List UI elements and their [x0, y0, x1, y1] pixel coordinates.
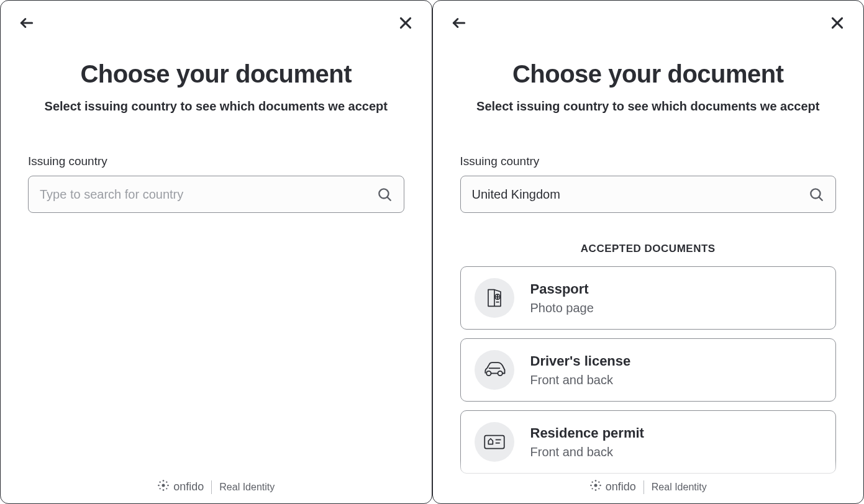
footer-brand: onfido — [157, 479, 204, 495]
document-text: Driver's license Front and back — [530, 353, 631, 387]
svg-line-4 — [387, 197, 390, 200]
content: Issuing country — [1, 114, 432, 503]
svg-point-34 — [590, 485, 592, 487]
panel-selected: Choose your document Select issuing coun… — [432, 0, 865, 504]
document-option-drivers-license[interactable]: Driver's license Front and back — [460, 338, 837, 402]
svg-point-31 — [594, 484, 597, 487]
svg-point-38 — [591, 488, 593, 489]
svg-point-36 — [591, 482, 593, 483]
footer-tagline: Real Identity — [219, 482, 275, 493]
svg-point-32 — [594, 480, 596, 482]
svg-point-13 — [166, 488, 167, 489]
page-title: Choose your document — [458, 60, 839, 88]
topbar — [433, 1, 864, 35]
document-title: Driver's license — [530, 353, 631, 369]
back-button[interactable] — [448, 13, 470, 35]
svg-rect-28 — [484, 436, 504, 449]
issuing-country-field[interactable] — [28, 176, 404, 213]
footer-tagline: Real Identity — [652, 482, 707, 493]
issuing-country-input[interactable] — [40, 187, 376, 202]
close-icon — [398, 15, 414, 34]
svg-point-39 — [598, 488, 599, 489]
svg-point-6 — [163, 480, 165, 482]
svg-point-26 — [498, 371, 502, 376]
svg-point-12 — [160, 488, 161, 489]
svg-point-9 — [167, 485, 169, 487]
svg-point-25 — [486, 371, 491, 376]
topbar — [1, 1, 432, 35]
page-title: Choose your document — [25, 60, 407, 88]
document-option-passport[interactable]: Passport Photo page — [460, 266, 837, 330]
document-text: Residence permit Front and back — [530, 425, 644, 459]
document-text: Passport Photo page — [530, 281, 594, 315]
footer: onfido Real Identity — [1, 479, 432, 495]
issuing-country-field[interactable] — [460, 176, 837, 213]
svg-point-10 — [160, 482, 161, 483]
issuing-country-label: Issuing country — [460, 155, 837, 168]
content: Issuing country ACCEPTED DOCUMENTS P — [433, 114, 864, 503]
issuing-country-input[interactable] — [472, 187, 809, 202]
svg-point-37 — [598, 482, 599, 483]
arrow-left-icon — [451, 15, 467, 34]
footer-divider — [643, 480, 644, 494]
close-button[interactable] — [826, 13, 848, 35]
page-subtitle: Select issuing country to see which docu… — [458, 99, 839, 114]
close-button[interactable] — [394, 13, 417, 35]
header: Choose your document Select issuing coun… — [1, 35, 432, 114]
accepted-documents-label: ACCEPTED DOCUMENTS — [460, 243, 837, 255]
search-icon — [376, 186, 393, 202]
back-button[interactable] — [16, 13, 38, 35]
search-icon — [808, 186, 824, 202]
onfido-logo-icon — [157, 479, 170, 495]
panel-initial: Choose your document Select issuing coun… — [0, 0, 432, 504]
close-icon — [829, 15, 845, 34]
document-subtitle: Photo page — [530, 301, 594, 315]
car-icon — [475, 350, 514, 390]
svg-point-7 — [163, 489, 165, 491]
document-subtitle: Front and back — [530, 373, 631, 387]
svg-point-11 — [166, 482, 167, 483]
svg-point-5 — [162, 484, 165, 487]
document-subtitle: Front and back — [530, 445, 644, 459]
svg-point-33 — [594, 489, 596, 491]
passport-icon — [475, 278, 514, 318]
footer-brand: onfido — [589, 479, 636, 495]
footer-divider — [211, 480, 212, 494]
issuing-country-label: Issuing country — [28, 155, 404, 168]
document-option-residence-permit[interactable]: Residence permit Front and back — [460, 410, 837, 474]
footer: onfido Real Identity — [433, 479, 864, 495]
page-subtitle: Select issuing country to see which docu… — [25, 99, 407, 114]
document-title: Residence permit — [530, 425, 644, 441]
footer-brand-text: onfido — [173, 480, 204, 493]
svg-line-18 — [819, 197, 822, 200]
svg-point-35 — [599, 485, 601, 487]
onfido-logo-icon — [589, 479, 602, 495]
id-card-icon — [475, 422, 514, 462]
footer-brand-text: onfido — [606, 480, 636, 493]
document-title: Passport — [530, 281, 594, 297]
header: Choose your document Select issuing coun… — [433, 35, 864, 114]
svg-point-8 — [158, 485, 160, 487]
arrow-left-icon — [19, 15, 35, 34]
